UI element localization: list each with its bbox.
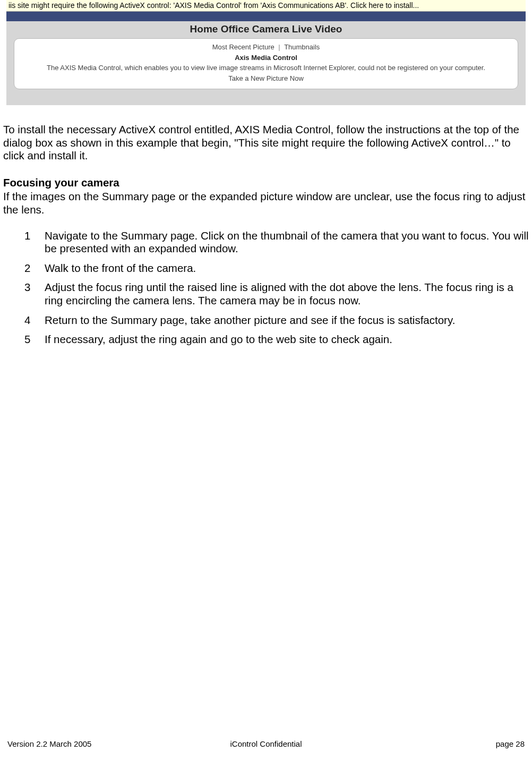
separator: |	[276, 43, 282, 51]
step-number: 2	[24, 262, 45, 275]
step-text: If necessary, adjust the ring again and …	[45, 333, 529, 346]
step-text: Walk to the front of the camera.	[45, 262, 529, 275]
step-text: Return to the Summary page, take another…	[45, 314, 529, 327]
app-header-bar	[6, 12, 526, 21]
footer-version: Version 2.2 March 2005	[7, 739, 91, 748]
step-text: Adjust the focus ring until the raised l…	[45, 281, 529, 307]
embedded-screenshot: iis site might require the following Act…	[6, 0, 526, 105]
step-number: 3	[24, 281, 45, 307]
section-intro: If the images on the Summary page or the…	[3, 190, 529, 216]
axis-media-control-heading: Axis Media Control	[25, 53, 507, 63]
step-number: 5	[24, 333, 45, 346]
title-bar: Home Office Camera Live Video	[6, 21, 526, 38]
most-recent-picture-link[interactable]: Most Recent Picture	[212, 43, 274, 51]
steps-list: 1 Navigate to the Summary page. Click on…	[3, 229, 529, 346]
thumbnails-link[interactable]: Thumbnails	[284, 43, 320, 51]
footer-page-number: page 28	[496, 739, 525, 748]
list-item: 2 Walk to the front of the camera.	[24, 262, 529, 275]
list-item: 4 Return to the Summary page, take anoth…	[24, 314, 529, 327]
step-number: 4	[24, 314, 45, 327]
install-paragraph: To install the necessary ActiveX control…	[3, 123, 529, 163]
step-number: 1	[24, 229, 45, 255]
step-text: Navigate to the Summary page. Click on t…	[45, 229, 529, 255]
page-title: Home Office Camera Live Video	[190, 23, 342, 35]
video-panel: Most Recent Picture | Thumbnails Axis Me…	[14, 38, 518, 89]
document-body: To install the necessary ActiveX control…	[0, 105, 532, 346]
page-footer: Version 2.2 March 2005 iControl Confiden…	[0, 739, 532, 748]
activex-infobar[interactable]: iis site might require the following Act…	[6, 0, 526, 12]
section-heading: Focusing your camera	[3, 176, 529, 190]
list-item: 5 If necessary, adjust the ring again an…	[24, 333, 529, 346]
error-message: The AXIS Media Control, which enables yo…	[25, 63, 507, 73]
list-item: 1 Navigate to the Summary page. Click on…	[24, 229, 529, 255]
take-picture-link[interactable]: Take a New Picture Now	[25, 73, 507, 84]
footer-confidential: iControl Confidential	[230, 739, 302, 748]
list-item: 3 Adjust the focus ring until the raised…	[24, 281, 529, 307]
